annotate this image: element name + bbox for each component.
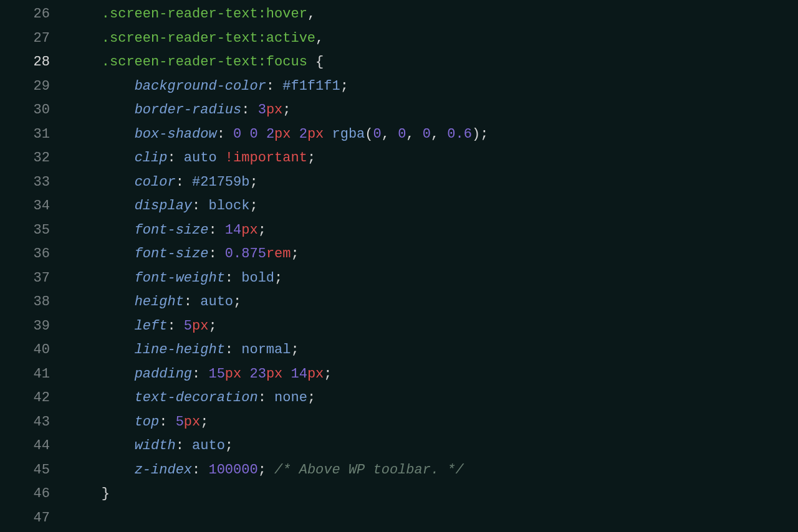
token-unit: px: [307, 126, 324, 142]
token-val: block: [208, 198, 249, 214]
line-number: 35: [0, 219, 50, 243]
code-line[interactable]: z-index: 100000; /* Above WP toolbar. */: [69, 458, 488, 483]
code-line[interactable]: color: #21759b;: [69, 171, 488, 195]
token-prop: z-index: [135, 462, 192, 478]
token-prop: top: [135, 414, 160, 430]
token-val: auto: [192, 438, 225, 454]
code-line[interactable]: padding: 15px 23px 14px;: [69, 363, 488, 387]
token-punct: ;: [208, 318, 216, 334]
token-punct: ;: [307, 150, 315, 166]
code-line[interactable]: height: auto;: [69, 290, 488, 315]
token-func: rgba: [332, 126, 365, 142]
code-line[interactable]: text-decoration: none;: [69, 386, 488, 411]
token-punct: :: [192, 198, 208, 214]
token-num: 5: [176, 414, 184, 430]
code-line[interactable]: [69, 506, 488, 531]
token-prop: font-size: [135, 246, 209, 262]
token-sel: .screen-reader-text:focus: [102, 54, 307, 70]
code-line[interactable]: top: 5px;: [69, 411, 488, 435]
code-line[interactable]: font-weight: bold;: [69, 267, 488, 291]
line-number: 44: [0, 434, 50, 458]
code-line[interactable]: line-height: normal;: [69, 338, 488, 363]
line-number: 32: [0, 146, 50, 171]
code-line[interactable]: left: 5px;: [69, 315, 488, 339]
token-punct: :: [225, 342, 241, 358]
token-num: 0.875: [225, 246, 266, 262]
token-num: 0.6: [447, 126, 472, 142]
token-prop: background-color: [135, 78, 266, 94]
token-prop: border-radius: [135, 102, 242, 118]
token-punct: ): [472, 126, 480, 142]
code-line[interactable]: box-shadow: 0 0 2px 2px rgba(0, 0, 0, 0.…: [69, 123, 488, 147]
token-prop: padding: [135, 366, 192, 382]
token-hex: #f1f1f1: [282, 78, 340, 94]
token-num: 0: [398, 126, 406, 142]
line-number: 34: [0, 194, 50, 219]
token-punct: [324, 126, 332, 142]
line-number: 40: [0, 338, 50, 363]
token-num: 2: [299, 126, 307, 142]
token-punct: [291, 126, 299, 142]
token-punct: ;: [258, 462, 266, 478]
token-punct: ;: [291, 342, 299, 358]
token-punct: :: [176, 438, 192, 454]
token-prop: height: [135, 294, 184, 310]
line-number: 39: [0, 315, 50, 339]
code-line[interactable]: font-size: 0.875rem;: [69, 242, 488, 267]
token-punct: (: [365, 126, 373, 142]
code-line[interactable]: width: auto;: [69, 434, 488, 458]
token-val: bold: [241, 270, 274, 286]
token-num: 14: [225, 222, 241, 238]
token-punct: ,: [315, 31, 324, 46]
line-number: 47: [0, 506, 50, 531]
token-punct: ;: [258, 222, 266, 238]
code-line[interactable]: .screen-reader-text:hover,: [69, 2, 488, 27]
token-prop: color: [135, 174, 176, 190]
code-line[interactable]: clip: auto !important;: [69, 146, 488, 171]
token-punct: [241, 126, 249, 142]
token-prop: width: [135, 438, 176, 454]
token-num: 0: [373, 126, 382, 142]
line-number: 27: [0, 27, 50, 51]
code-editor[interactable]: 2627282930313233343536373839404142434445…: [0, 0, 798, 530]
code-area[interactable]: .screen-reader-text:hover, .screen-reade…: [69, 2, 488, 530]
token-punct: ;: [249, 198, 257, 214]
token-punct: [266, 462, 274, 478]
code-line[interactable]: .screen-reader-text:focus {: [69, 50, 488, 75]
code-line[interactable]: .screen-reader-text:active,: [69, 27, 488, 51]
token-punct: :: [217, 126, 233, 142]
token-punct: [241, 366, 249, 382]
token-punct: :: [266, 78, 282, 94]
token-sel: .screen-reader-text:hover: [102, 6, 307, 22]
token-num: 2: [266, 126, 274, 142]
token-prop: left: [135, 318, 168, 334]
token-punct: :: [192, 366, 208, 382]
line-number: 38: [0, 290, 50, 315]
token-val: auto: [200, 294, 233, 310]
token-prop: font-weight: [135, 270, 225, 286]
code-line[interactable]: }: [69, 482, 488, 506]
token-punct: :: [159, 414, 175, 430]
line-number: 46: [0, 482, 50, 506]
token-punct: ;: [249, 174, 257, 190]
token-val: none: [274, 390, 307, 406]
token-prop: line-height: [135, 342, 225, 358]
token-unit: px: [184, 414, 200, 430]
code-line[interactable]: display: block;: [69, 194, 488, 219]
line-number: 30: [0, 98, 50, 123]
token-punct: :: [192, 462, 208, 478]
line-number: 45: [0, 458, 50, 483]
token-punct: ;: [340, 78, 349, 94]
code-line[interactable]: font-size: 14px;: [69, 219, 488, 243]
code-line[interactable]: background-color: #f1f1f1;: [69, 75, 488, 99]
code-line[interactable]: border-radius: 3px;: [69, 98, 488, 123]
token-punct: ;: [282, 102, 291, 118]
token-punct: :: [258, 390, 274, 406]
token-num: 0: [233, 126, 241, 142]
line-number: 33: [0, 171, 50, 195]
token-unit: px: [192, 318, 208, 334]
token-punct: ;: [480, 126, 488, 142]
token-num: 0: [249, 126, 257, 142]
token-punct: :: [208, 222, 224, 238]
token-punct: [217, 150, 225, 166]
